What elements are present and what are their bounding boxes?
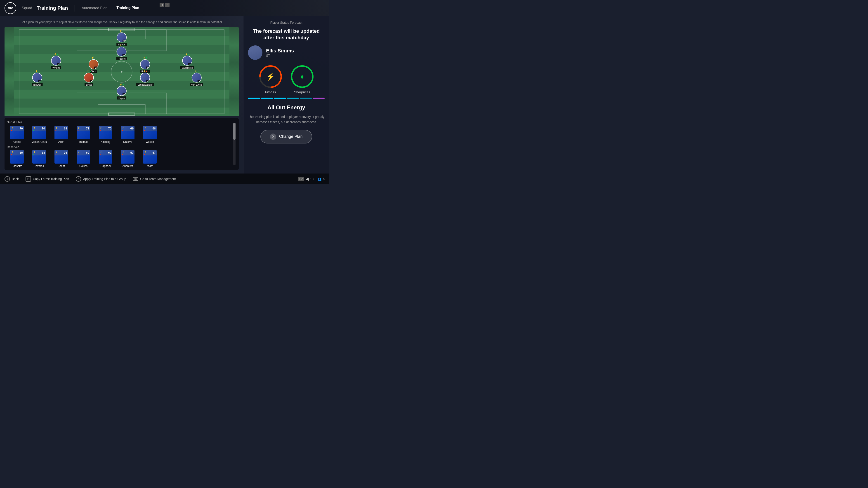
prog-seg-2 (261, 98, 273, 99)
player-latibeaudiere[interactable]: ⚡ ♦ 70 Latibeaudiere (136, 70, 154, 86)
sub-player-wilson[interactable]: ⚡ ♦ 68 Wilson (140, 126, 160, 143)
gem-icon: ♦ (123, 29, 124, 32)
substitutes-label: Substitutes (7, 121, 237, 124)
player-simms[interactable]: ⚡ ♦ 71 Simms (116, 29, 127, 46)
player-avatar: 70 (140, 72, 150, 83)
back-action[interactable]: ○ Back (4, 176, 19, 182)
total-number: 6 (323, 177, 324, 181)
plan-description: This training plan is aimed at player re… (248, 114, 324, 125)
player-rudoni[interactable]: ⚡ ♦ 69 Rudoni (116, 44, 127, 60)
progress-bar-row (248, 98, 324, 99)
player-avatar: 69 (117, 47, 127, 57)
right-panel: Player Status Forecast The forecast will… (243, 16, 329, 173)
people-icon: 👥 (318, 177, 321, 181)
player-dovin[interactable]: ⚡ ♦ 67 Dovin (117, 83, 127, 100)
nav-training-plan: Training Plan (37, 5, 68, 11)
player-wright[interactable]: ⚡ ♦ 73 Wright (51, 53, 61, 69)
prog-seg-5 (300, 98, 312, 99)
player-binks[interactable]: ⚡ ♦ 69 Binks (84, 70, 94, 86)
sharpness-circle: ♦ (291, 65, 313, 88)
scroll-thumb[interactable] (233, 123, 236, 140)
x-icon: ✕ (270, 133, 276, 140)
prog-seg-6 (313, 98, 324, 99)
fitness-circle: ⚡ (259, 65, 282, 88)
tab-training-plan[interactable]: Training Plan (116, 5, 139, 11)
copy-label: Copy Latest Training Plan (33, 177, 69, 181)
sub-player-thomas[interactable]: ⚡ ♦ 71 Thomas (73, 126, 94, 143)
sub-player-sheaf[interactable]: ⚡ ♦ 75 Sheaf (51, 150, 71, 168)
copy-action[interactable]: □ Copy Latest Training Plan (26, 176, 69, 182)
prog-seg-1 (248, 98, 260, 99)
sub-player-kitching[interactable]: ⚡ ♦ 70 Kitching (95, 126, 116, 143)
apply-action[interactable]: △ Apply Training Plan to a Group (76, 176, 126, 182)
description-text: Set a plan for your players to adjust pl… (4, 20, 239, 24)
reserves-label: Reserves (7, 145, 237, 149)
nav-tabs: Automated Plan Training Plan (82, 5, 139, 11)
sub-player-asante[interactable]: ⚡ ♦ 70 Asante (7, 126, 27, 143)
nav-squad[interactable]: Squad (22, 6, 32, 10)
apply-label: Apply Training Plan to a Group (83, 177, 126, 181)
player-avatar: 69 (89, 59, 98, 69)
sub-player-mason-clark[interactable]: ⚡ ♦ 70 Mason-Clark (29, 126, 49, 143)
pitch-players: ⚡ ♦ 71 Simms ⚡ ♦ (4, 27, 239, 117)
copy-button-icon: □ (26, 176, 31, 182)
bolt-icon: ⚡ (119, 29, 122, 32)
scrollbar[interactable] (233, 123, 236, 165)
sub-player-collins[interactable]: ⚡ ♦ 69 Collins (73, 150, 94, 168)
forecast-message: The forecast will be updated after this … (248, 28, 324, 41)
logo: mc (4, 2, 16, 14)
player-position: ST (266, 54, 294, 57)
page-number: 1 (310, 177, 312, 181)
sharpness-stat: ♦ Sharpness (291, 65, 313, 94)
left-arrow-icon[interactable]: ◀ (306, 176, 309, 182)
l1-indicator: L1 (160, 3, 164, 7)
left-panel: Set a plan for your players to adjust pl… (0, 16, 243, 173)
nav-divider (74, 5, 75, 11)
main-layout: Set a plan for your players to adjust pl… (0, 16, 329, 173)
player-portrait (248, 45, 262, 60)
player-vanewijk[interactable]: ⚡ ♦ 74 van Ewijk (190, 70, 203, 86)
change-plan-button[interactable]: ✕ Change Plan (260, 130, 312, 143)
goto-action[interactable]: R3 Go to Team Management (133, 177, 176, 181)
pitch-container: ⚡ ♦ 71 Simms ⚡ ♦ (4, 27, 239, 117)
player-info-row: Ellis Simms ST (248, 45, 324, 60)
goto-label: Go to Team Management (140, 177, 176, 181)
player-avatar: 71 (140, 59, 150, 69)
player-bidwell[interactable]: ⚡ ♦ 70 Bidwell (32, 70, 43, 86)
tab-automated-plan[interactable]: Automated Plan (82, 5, 107, 11)
r3-indicator: R3 (133, 177, 138, 181)
player-avatar: 71 (117, 32, 127, 42)
sub-player-raphael[interactable]: ⚡ ♦ 62 Raphael (95, 150, 116, 168)
reserves-list: ⚡ ♦ 65 Bassette (7, 150, 237, 168)
apply-button-icon: △ (76, 176, 81, 182)
sub-player-andrews[interactable]: ⚡ ♦ 57 Andrews (118, 150, 138, 168)
sub-player-allen[interactable]: ⚡ ♦ 68 Allen (51, 126, 71, 143)
sharpness-label: Sharpness (294, 90, 310, 94)
sharpness-icon: ♦ (300, 72, 304, 81)
player-name: Ellis Simms (266, 48, 294, 54)
change-plan-label: Change Plan (279, 134, 303, 139)
fitness-label: Fitness (265, 90, 276, 94)
player-avatar: 69 (84, 72, 94, 83)
sub-player-bassette[interactable]: ⚡ ♦ 65 Bassette (7, 150, 27, 168)
r1-indicator: R1 (165, 3, 169, 7)
sub-player-dasilva[interactable]: ⚡ ♦ 69 Dasilva (118, 126, 138, 143)
player-sakamoto[interactable]: ⚡ ♦ 73 Sakamoto (180, 53, 194, 69)
sub-player-yearn[interactable]: ⚡ ♦ 57 Yearn (140, 150, 160, 168)
back-label: Back (12, 177, 19, 181)
prog-seg-4 (287, 98, 299, 99)
r2-indicator: R2 (298, 177, 304, 181)
substitutes-section: Substitutes ⚡ ♦ 70 (4, 118, 239, 170)
player-avatar: 70 (32, 72, 42, 83)
prog-seg-3 (274, 98, 286, 99)
player-avatar: 73 (182, 56, 192, 66)
player-avatar: 74 (192, 72, 202, 83)
controller-hints: L1 R1 (160, 3, 169, 7)
back-button-icon: ○ (4, 176, 10, 182)
substitutes-list: ⚡ ♦ 70 Asante (7, 126, 237, 143)
sub-player-tavares[interactable]: ⚡ ♦ 63 Tavares (29, 150, 49, 168)
forecast-title: Player Status Forecast (270, 21, 303, 24)
bottom-bar: ○ Back □ Copy Latest Training Plan △ App… (0, 173, 329, 184)
right-indicators: R2 ◀ 1 / 👥 6 (298, 176, 324, 182)
sub-avatar: ⚡ ♦ 70 (10, 126, 24, 139)
